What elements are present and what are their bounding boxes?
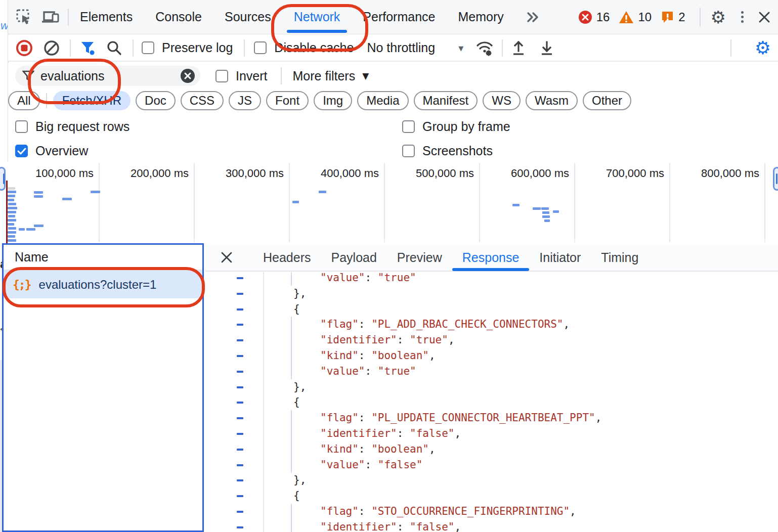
chip-other[interactable]: Other (583, 91, 631, 110)
three-dots-menu-icon[interactable] (741, 11, 744, 23)
issues-badge-icon[interactable] (661, 10, 674, 24)
response-body-viewer[interactable]: "value": "true"},{"flag": "PL_ADD_RBAC_C… (205, 272, 778, 532)
overview-request-bar (8, 199, 14, 201)
gutter-fold-dash[interactable] (237, 417, 243, 419)
request-row-selected[interactable]: {;} evaluations?cluster=1 (4, 271, 202, 298)
clear-network-log-icon[interactable] (40, 40, 63, 56)
preserve-log-label: Preserve log (162, 40, 233, 55)
chip-manifest[interactable]: Manifest (414, 91, 478, 110)
gutter-fold-dash[interactable] (237, 526, 243, 528)
close-devtools-icon[interactable] (758, 11, 771, 24)
gutter-fold-dash[interactable] (237, 449, 243, 451)
chip-all[interactable]: All (8, 91, 40, 110)
gutter-fold-dash[interactable] (237, 339, 243, 341)
overview-request-bar (8, 219, 16, 221)
device-toolbar-icon[interactable] (39, 6, 62, 28)
filter-bar: Invert More filters ▼ (8, 63, 778, 89)
detail-tab-payload[interactable]: Payload (331, 244, 377, 271)
export-har-icon[interactable] (539, 40, 554, 56)
preserve-log-checkbox[interactable] (142, 41, 154, 54)
divider (502, 39, 503, 57)
record-network-log-icon[interactable] (13, 39, 35, 57)
chip-js[interactable]: JS (229, 91, 261, 110)
devtools-main-toolbar: ElementsConsoleSourcesNetworkPerformance… (8, 0, 778, 34)
overview-request-bar (34, 191, 43, 194)
chip-media[interactable]: Media (357, 91, 408, 110)
detail-tab-headers[interactable]: Headers (263, 244, 311, 271)
tab-performance[interactable]: Performance (363, 0, 435, 34)
overview-right-handle[interactable] (773, 167, 778, 191)
overview-checkbox[interactable] (15, 145, 28, 157)
gutter-fold-dash[interactable] (237, 277, 243, 279)
network-overview-timeline[interactable]: 100,000 ms200,000 ms300,000 ms400,000 ms… (0, 162, 778, 243)
inspect-cursor-icon[interactable] (13, 6, 35, 28)
name-column-header[interactable]: Name (4, 245, 202, 271)
gutter-fold-dash[interactable] (237, 433, 243, 435)
more-filters-button[interactable]: More filters ▼ (293, 69, 369, 83)
detail-tab-preview[interactable]: Preview (397, 244, 442, 271)
invert-label: Invert (236, 69, 268, 83)
filter-funnel-icon[interactable] (77, 39, 99, 57)
import-har-icon[interactable] (511, 40, 526, 56)
response-code-line: "kind": "boolean", (205, 441, 778, 457)
network-conditions-icon[interactable] (476, 39, 494, 57)
overview-request-bar (8, 203, 16, 205)
gutter-fold-dash[interactable] (237, 402, 243, 404)
more-tabs-chevron-icon[interactable] (525, 11, 540, 23)
chip-doc[interactable]: Doc (136, 91, 176, 110)
indent-guide (291, 332, 292, 348)
close-detail-icon[interactable] (221, 251, 233, 263)
chip-font[interactable]: Font (266, 91, 309, 110)
overview-left-handle[interactable] (0, 167, 6, 191)
error-badge-icon[interactable] (578, 10, 592, 24)
tab-sources[interactable]: Sources (225, 0, 271, 34)
gutter-fold-dash[interactable] (237, 495, 243, 497)
overview-request-bar (8, 211, 16, 213)
gutter-fold-dash[interactable] (237, 293, 243, 295)
divider (700, 8, 701, 27)
group-by-frame-checkbox[interactable] (402, 120, 415, 133)
gutter-fold-dash[interactable] (237, 324, 243, 326)
overview-tick-label: 200,000 ms (93, 167, 189, 180)
network-settings-gear-icon[interactable]: ⚙ (755, 37, 771, 58)
tab-elements[interactable]: Elements (80, 0, 133, 34)
overview-request-bar (8, 207, 17, 209)
gutter-fold-dash[interactable] (237, 511, 243, 513)
filter-field[interactable] (15, 66, 200, 86)
big-request-rows-label: Big request rows (35, 119, 129, 134)
tab-network[interactable]: Network (294, 0, 340, 34)
request-list-panel: Name {;} evaluations?cluster=1 (2, 243, 204, 532)
chip-ws[interactable]: WS (483, 91, 521, 110)
clear-filter-icon[interactable] (180, 68, 195, 83)
chip-wasm[interactable]: Wasm (526, 91, 578, 110)
detail-tab-timing[interactable]: Timing (601, 244, 638, 271)
tab-memory[interactable]: Memory (458, 0, 503, 34)
gutter-fold-dash[interactable] (237, 308, 243, 311)
settings-gear-icon[interactable]: ⚙ (711, 7, 726, 27)
detail-tab-initiator[interactable]: Initiator (539, 244, 581, 271)
tab-console[interactable]: Console (155, 0, 202, 34)
throttling-select[interactable]: No throttling ▾ (367, 40, 463, 55)
response-code-line: "kind": "boolean", (205, 348, 778, 364)
detail-tab-response[interactable]: Response (462, 244, 520, 271)
response-code-line: "flag": "PL_ADD_RBAC_CHECK_CONNECTORS", (205, 317, 778, 332)
search-icon[interactable] (103, 40, 125, 56)
warning-badge-icon[interactable] (619, 10, 634, 24)
filter-input[interactable] (39, 68, 163, 84)
response-code-line: "flag": "STO_OCCURRENCE_FINGERPRINTING", (205, 504, 778, 519)
gutter-fold-dash[interactable] (237, 479, 243, 481)
big-request-rows-checkbox[interactable] (15, 120, 28, 133)
gutter-fold-dash[interactable] (237, 464, 243, 466)
screenshots-checkbox[interactable] (402, 145, 415, 157)
indent-guide (291, 410, 292, 426)
invert-checkbox[interactable] (215, 70, 228, 82)
gutter-fold-dash[interactable] (237, 371, 243, 373)
gutter-fold-dash[interactable] (237, 355, 243, 357)
chip-css[interactable]: CSS (181, 91, 224, 110)
chip-fetch-xhr[interactable]: Fetch/XHR (53, 91, 131, 110)
chip-img[interactable]: Img (314, 91, 352, 110)
gutter-fold-dash[interactable] (237, 386, 243, 388)
disable-cache-checkbox[interactable] (254, 41, 267, 54)
divider (730, 39, 731, 57)
main-tab-strip: ElementsConsoleSourcesNetworkPerformance… (80, 0, 504, 34)
